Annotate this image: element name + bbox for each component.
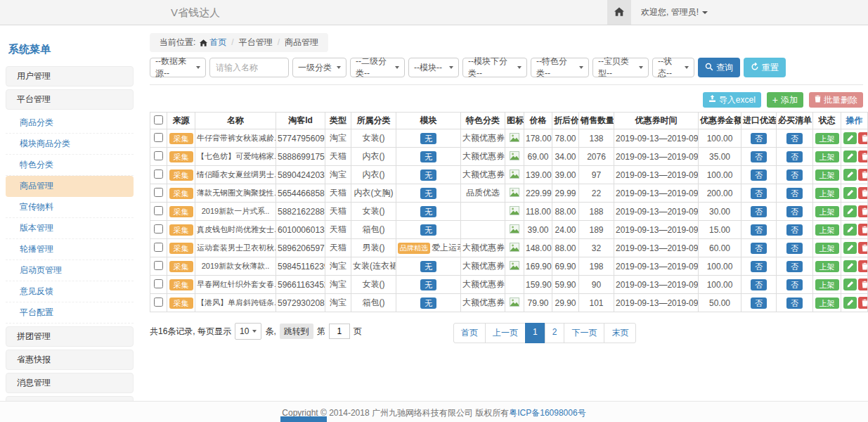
status-badge[interactable]: 上架 (815, 243, 839, 254)
row-checkbox[interactable] (154, 261, 163, 270)
select-all-checkbox[interactable] (154, 115, 163, 124)
edit-button[interactable] (843, 151, 857, 162)
sidebar-subitem[interactable]: 宣传物料 (6, 197, 134, 218)
must-buy-badge[interactable]: 否 (786, 188, 803, 199)
pager-button[interactable]: 末页 (604, 323, 636, 343)
pager-button[interactable]: 1 (525, 323, 545, 343)
filter-select[interactable]: --宝贝类型-- (592, 58, 649, 77)
sidebar-item[interactable]: 订单管理 (6, 396, 134, 401)
import-excel-button[interactable]: 导入excel (703, 92, 761, 108)
must-buy-badge[interactable]: 否 (786, 206, 803, 217)
imported-badge[interactable]: 否 (751, 170, 767, 181)
module-badge[interactable]: 无 (420, 170, 436, 181)
pager-button[interactable]: 首页 (453, 323, 486, 343)
must-buy-badge[interactable]: 否 (786, 224, 803, 236)
add-button[interactable]: + 添加 (767, 92, 803, 108)
module-badge[interactable]: 无 (420, 151, 436, 162)
row-checkbox[interactable] (154, 170, 163, 179)
edit-button[interactable] (843, 279, 857, 290)
breadcrumb-home-link[interactable]: 首页 (209, 37, 226, 47)
pager-button[interactable]: 下一页 (564, 323, 604, 343)
edit-button[interactable] (843, 205, 857, 217)
row-checkbox[interactable] (154, 279, 163, 288)
pager-button[interactable]: 上一页 (485, 323, 526, 343)
sidebar-item[interactable]: 省惠快报 (6, 350, 134, 370)
filter-select[interactable]: --二级分类-- (350, 58, 405, 77)
edit-button[interactable] (843, 224, 857, 236)
filter-select[interactable]: 一级分类 (292, 58, 346, 77)
sidebar-subitem[interactable]: 模块商品分类 (6, 134, 134, 155)
delete-button[interactable] (858, 279, 868, 290)
module-badge[interactable]: 品牌精选 (398, 243, 430, 254)
sidebar-subitem[interactable]: 特色分类 (6, 155, 134, 176)
sidebar-subitem[interactable]: 轮播管理 (6, 239, 134, 260)
sidebar-subitem[interactable]: 启动页管理 (6, 260, 134, 281)
imported-badge[interactable]: 否 (751, 133, 767, 144)
imported-badge[interactable]: 否 (751, 298, 767, 309)
sidebar-subitem[interactable]: 意见反馈 (6, 281, 134, 302)
delete-button[interactable] (858, 132, 868, 144)
must-buy-badge[interactable]: 否 (786, 133, 803, 144)
edit-button[interactable] (843, 297, 857, 309)
imported-badge[interactable]: 否 (751, 261, 767, 272)
filter-select[interactable]: --模块-- (408, 58, 459, 77)
edit-button[interactable] (843, 132, 857, 144)
must-buy-badge[interactable]: 否 (786, 298, 803, 309)
must-buy-badge[interactable]: 否 (786, 261, 803, 272)
pager-button[interactable]: 2 (545, 323, 565, 343)
row-checkbox[interactable] (154, 243, 163, 252)
sidebar-item[interactable]: 拼团管理 (6, 326, 134, 347)
home-button[interactable] (607, 0, 631, 25)
sidebar-subitem[interactable]: 平台配置 (6, 302, 134, 324)
module-badge[interactable]: 无 (420, 133, 436, 144)
imported-badge[interactable]: 否 (751, 224, 767, 236)
status-badge[interactable]: 上架 (815, 261, 839, 272)
filter-select[interactable]: --数据来源-- (150, 58, 206, 77)
row-checkbox[interactable] (154, 224, 163, 234)
edit-button[interactable] (843, 187, 857, 199)
batch-delete-button[interactable]: 批量删除 (809, 92, 863, 108)
must-buy-badge[interactable]: 否 (786, 170, 803, 181)
row-checkbox[interactable] (154, 133, 163, 142)
sidebar-subitem[interactable]: 商品分类 (6, 113, 134, 134)
row-checkbox[interactable] (154, 151, 163, 160)
sidebar-item[interactable]: 平台管理 (6, 89, 134, 110)
module-badge[interactable]: 无 (420, 206, 436, 217)
filter-select[interactable]: --特色分类-- (531, 58, 589, 77)
module-badge[interactable]: 无 (420, 188, 436, 199)
edit-button[interactable] (843, 242, 857, 254)
delete-button[interactable] (858, 224, 868, 236)
page-size-select[interactable]: 10 (235, 323, 261, 340)
must-buy-badge[interactable]: 否 (786, 243, 803, 254)
must-buy-badge[interactable]: 否 (786, 151, 803, 162)
delete-button[interactable] (858, 187, 868, 199)
sidebar-item[interactable]: 用户管理 (6, 66, 134, 87)
imported-badge[interactable]: 否 (751, 151, 767, 162)
status-badge[interactable]: 上架 (815, 279, 839, 290)
status-badge[interactable]: 上架 (815, 298, 839, 309)
icp-link[interactable]: 粤ICP备16098006号 (509, 408, 585, 418)
delete-button[interactable] (858, 297, 868, 309)
module-badge[interactable]: 无 (420, 224, 436, 236)
name-search-input[interactable] (209, 58, 289, 77)
edit-button[interactable] (843, 169, 857, 181)
imported-badge[interactable]: 否 (751, 279, 767, 290)
filter-select[interactable]: --模块下分类-- (462, 58, 527, 77)
sidebar-subitem[interactable]: 版本管理 (6, 218, 134, 239)
imported-badge[interactable]: 否 (751, 206, 767, 217)
row-checkbox[interactable] (154, 206, 163, 215)
module-badge[interactable]: 无 (420, 298, 436, 309)
status-badge[interactable]: 上架 (815, 170, 839, 181)
jump-button[interactable]: 跳转到 (280, 324, 313, 339)
delete-button[interactable] (858, 242, 868, 254)
user-menu[interactable]: 欢迎您, 管理员! (641, 6, 708, 18)
reset-button[interactable]: 重置 (744, 58, 786, 77)
status-badge[interactable]: 上架 (815, 224, 839, 236)
sidebar-subitem[interactable]: 商品管理 (6, 176, 134, 197)
edit-button[interactable] (843, 260, 857, 272)
module-badge[interactable]: 无 (420, 261, 436, 272)
delete-button[interactable] (858, 205, 868, 217)
must-buy-badge[interactable]: 否 (786, 279, 803, 290)
status-badge[interactable]: 上架 (815, 133, 839, 144)
row-checkbox[interactable] (154, 188, 163, 197)
